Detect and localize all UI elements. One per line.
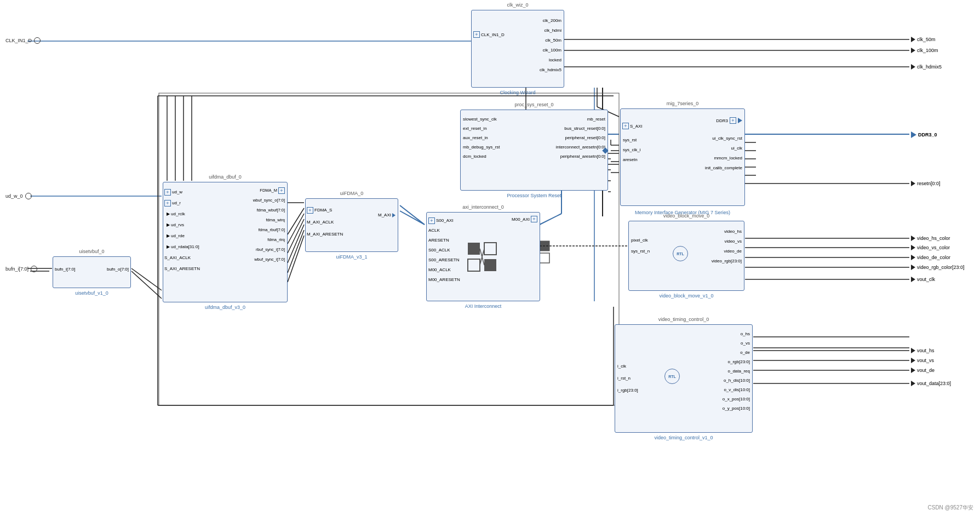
mig-ddr3-port: DDR3 + — [716, 117, 742, 124]
axi-interconnect-block[interactable]: axi_interconnect_0 + S00_AXI ACLK ARESET… — [426, 212, 540, 301]
port-clk50m: clk_50m — [540, 36, 561, 45]
port-clk100m: clk_100m — [540, 45, 561, 55]
ddr3-arrow — [738, 118, 742, 123]
vout-clk-arrow — [911, 277, 915, 282]
port-clk-hdmi: clk_hdmi — [540, 26, 561, 36]
video-bm-left-ports: pixel_clk sys_rst_n — [631, 235, 650, 257]
ext-out-vout-data: vout_data[23:0] — [911, 381, 951, 386]
svg-line-51 — [288, 208, 304, 234]
mig-ddr3-label: DDR3 — [716, 118, 728, 123]
m00-axi-expand[interactable]: + — [531, 216, 537, 222]
resetn-output-arrow — [911, 181, 915, 186]
port-dcm-locked: dcm_locked — [463, 152, 500, 161]
bufni-label: bufn_i[7:0] — [5, 266, 28, 272]
clk-wiz-expand[interactable]: + — [473, 31, 480, 38]
video-block-move-name: video_block_move_0 — [629, 213, 744, 219]
port-s00-aclk: S00_ACLK — [428, 245, 460, 255]
clk-wiz-name: clk_wiz_0 — [472, 2, 564, 8]
clk-wiz-clk-in1d: CLK_IN1_D — [481, 32, 505, 37]
port-aclk: ACLK — [428, 226, 460, 236]
uisetvbuf-block[interactable]: uisetvbuf_0 bufn_i[7:0] bufn_o[7:0] uise… — [53, 256, 131, 288]
axi-interconnect-name: axi_interconnect_0 — [427, 204, 540, 210]
port-i-rst-n: i_rst_n — [617, 372, 638, 385]
clk-in1d-port-symbol — [34, 37, 41, 44]
port-o-rgb: o_rgb[23:0] — [723, 357, 750, 366]
uifdma-dbuf-block[interactable]: uifdma_dbuf_0 + ud_w + ud_r ▶ ud_rclk ▶ … — [163, 182, 288, 302]
mig-7series-block[interactable]: mig_7series_0 + S_AXI sys_rst sys_clk_i … — [620, 108, 745, 206]
clk100m-output-label: clk_100m — [917, 48, 938, 53]
vout-hs-arrow — [911, 348, 915, 353]
svg-rect-12 — [540, 241, 549, 251]
ext-out-vout-clk: vout_clk — [911, 277, 935, 282]
mig-expand-sax[interactable]: + — [622, 123, 629, 129]
port-bus-struct: bus_struct_reset[0:0] — [556, 124, 605, 133]
ext-out-video-rgb-color: video_rgb_color[23:0] — [911, 265, 965, 270]
vout-data-label: vout_data[23:0] — [917, 381, 951, 386]
port-mb-debug: mb_debug_sys_rst — [463, 142, 500, 152]
mig-saxi-label: S_AXI — [630, 124, 643, 129]
port-maxi: M_AXI — [378, 213, 391, 217]
mig-mmcm-locked: mmcm_locked — [705, 153, 742, 163]
ext-out-resetn: resetn[0:0] — [911, 181, 941, 186]
ud-w-expand[interactable]: + — [164, 189, 171, 196]
udw-label: ud_w_0 — [5, 193, 23, 199]
clk-wiz-right-ports: clk_200m clk_hdmi clk_50m clk_100m locke… — [540, 16, 561, 75]
proc-sys-reset-block[interactable]: proc_sys_reset_0 slowest_sync_clk ext_re… — [460, 110, 608, 191]
s00-axi-expand[interactable]: + — [428, 217, 435, 224]
port-bufni: bufn_i[7:0] — [55, 267, 75, 272]
port-maxi-aresetn: M_AXI_ARESETN — [307, 228, 343, 240]
clk-wiz-label: Clocking Wizard — [472, 90, 564, 95]
port-video-de: video_de — [712, 246, 742, 256]
port-s00-aresetn: S00_ARESETN — [428, 255, 460, 265]
uifdma-block[interactable]: uiFDMA_0 + FDMA_S M_AXI_ACLK M_AXI_ARESE… — [305, 198, 398, 252]
clkhdmix5-arrow — [911, 64, 915, 70]
udw-port-symbol — [25, 193, 32, 199]
uisetvbuf-right-ports: bufn_o[7:0] — [107, 267, 129, 272]
port-ext-reset: ext_reset_in — [463, 124, 500, 133]
uifdma-left-ports: + FDMA_S M_AXI_ACLK M_AXI_ARESETN — [307, 204, 343, 240]
mig-expand-ddr3[interactable]: + — [730, 117, 736, 124]
uisetvbuf-left-ports: bufn_i[7:0] — [55, 267, 75, 272]
mig-init-calib: init_calib_complete — [705, 163, 742, 173]
uisetvbuf-name: uisetvbuf_0 — [53, 249, 130, 254]
proc-sys-reset-name: proc_sys_reset_0 — [461, 102, 608, 107]
clk-wiz-block[interactable]: clk_wiz_0 + CLK_IN1_D clk_200m clk_hdmi … — [471, 10, 564, 88]
port-o-v-dis: o_v_dis[10:0] — [723, 385, 750, 394]
ext-out-ddr3: DDR3_0 — [911, 131, 937, 138]
port-wbuf-sync: wbuf_sync_o[7:0] — [253, 196, 285, 205]
video-block-move-block[interactable]: video_block_move_0 pixel_clk sys_rst_n v… — [628, 221, 744, 291]
ext-input-bufni: bufn_i[7:0] — [5, 266, 37, 272]
video-bm-right-ports: video_hs video_vs video_de video_rgb[23:… — [712, 227, 742, 266]
proc-sys-reset-label: Processor System Reset — [461, 193, 608, 198]
vout-data-arrow — [911, 381, 915, 386]
port-o-x-pos: o_x_pos[10:0] — [723, 394, 750, 404]
port-saxi-aresetn: S_AXI_ARESETN — [164, 263, 200, 274]
port-ud-w: ud_w — [172, 187, 182, 198]
svg-line-56 — [288, 236, 304, 282]
uifdma-right-ports: M_AXI — [378, 213, 396, 217]
port-locked: locked — [540, 55, 561, 65]
clk100m-arrow — [911, 48, 915, 53]
fdma-s-expand[interactable]: + — [307, 207, 313, 214]
ext-input-udw: ud_w_0 — [5, 193, 32, 199]
video-timing-label: video_timing_control_v1_0 — [615, 435, 752, 440]
clk50m-arrow — [911, 37, 915, 42]
port-ud-rvs: ud_rvs — [171, 220, 184, 231]
video-timing-block[interactable]: video_timing_control_0 i_clk i_rst_n i_r… — [615, 324, 753, 433]
port-o-data-req: o_data_req — [723, 366, 750, 376]
port-ud-rde: ud_rde — [171, 231, 185, 242]
port-video-hs: video_hs — [712, 227, 742, 237]
port-interconnect-aresetn: interconnect_aresetn[0:0] — [556, 142, 605, 152]
proc-left-ports: slowest_sync_clk ext_reset_in aux_reset_… — [463, 114, 500, 161]
vout-vs-arrow — [911, 358, 915, 363]
fdma-m-expand[interactable]: + — [278, 187, 285, 194]
mig-left-ports: sys_rst sys_clk_i aresetn — [623, 135, 640, 165]
maxi-arrow — [392, 213, 396, 217]
ud-r-expand[interactable]: + — [164, 200, 171, 207]
mig-name: mig_7series_0 — [621, 101, 744, 106]
mig-port-aresetn: aresetn — [623, 155, 640, 165]
port-o-de: o_de — [723, 348, 750, 357]
port-video-rgb: video_rgb[23:0] — [712, 256, 742, 266]
port-aresetn-interconn: ARESETN — [428, 236, 460, 245]
port-clk200m: clk_200m — [540, 16, 561, 26]
